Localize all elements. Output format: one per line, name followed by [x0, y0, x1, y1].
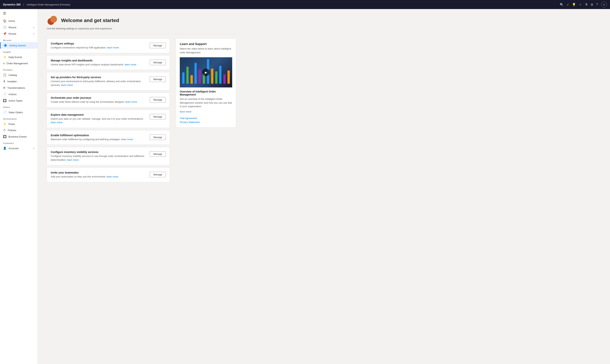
setup-row-enable-fulfillment: Enable fulfillment optimization Maximize…: [47, 130, 170, 145]
setup-row-configure-inventory: Configure inventory visibility services …: [47, 147, 170, 165]
app-name: Intelligent Order Management (Preview): [27, 3, 70, 6]
sidebar-pinned-label: Pinned: [9, 32, 16, 35]
sidebar-item-action-types[interactable]: 🔲 Action Types: [0, 97, 38, 104]
setup-row-enable-fulfillment-text: Enable fulfillment optimization Maximize…: [51, 134, 146, 141]
video-learn-more-link[interactable]: learn more: [180, 110, 232, 113]
learn-desc: Watch the video below to learn about Int…: [180, 47, 232, 54]
sidebar-action-types-label: Action Types: [9, 99, 22, 102]
sidebar-daily-events-label: Daily Events: [9, 56, 22, 59]
learn-title: Learn and Support: [180, 42, 232, 46]
configure-settings-link[interactable]: learn more: [107, 46, 119, 49]
setup-row-configure-inventory-desc: Configure inventory visibility services …: [51, 154, 146, 162]
explore-data-btn[interactable]: Manage: [150, 114, 166, 119]
sidebar-item-transformations[interactable]: ⚙ Transformations: [0, 85, 38, 91]
setup-providers-btn[interactable]: Manage: [150, 77, 166, 82]
catalog-icon: 📋: [3, 73, 7, 77]
setup-row-setup-providers-desc: Connect your environment to third-party …: [51, 79, 146, 87]
setup-row-orchestrate-journeys-desc: Create order flows without code by using…: [51, 100, 146, 104]
setup-row-explore-data-text: Explore data management Import your data…: [51, 113, 146, 124]
topnav: Dynamics 365 | Intelligent Order Managem…: [0, 0, 610, 9]
accounts-icon: 👤: [3, 147, 7, 150]
setup-row-setup-providers-text: Set up providers for third-party service…: [51, 76, 146, 87]
topnav-icons: 🔍 ✓ 💡 ＋ ⚗ ⚙ ? U: [560, 1, 607, 8]
brand-name: Dynamics 365: [3, 3, 21, 6]
home-icon: 🏠: [3, 19, 7, 23]
checkcircle-icon[interactable]: ✓: [567, 3, 569, 6]
hamburger-button[interactable]: ☰: [0, 9, 38, 18]
sidebar-item-home[interactable]: 🏠 Home: [0, 18, 38, 24]
help-icon[interactable]: ?: [596, 3, 598, 6]
bulb-icon[interactable]: 💡: [572, 3, 576, 6]
sidebar-item-policies[interactable]: ⏱ Policies: [0, 127, 38, 133]
search-icon[interactable]: 🔍: [560, 3, 564, 6]
enable-fulfillment-link[interactable]: learn more: [121, 138, 133, 141]
video-card-title: Overview of Intelligent Order Management: [180, 90, 232, 96]
privacy-statement-link[interactable]: Privacy Statement: [180, 121, 232, 124]
setup-providers-link[interactable]: learn more: [61, 84, 73, 87]
manage-insights-link[interactable]: learn more: [125, 63, 136, 66]
setup-row-enable-fulfillment-desc: Maximize order fulfillment by configurin…: [51, 138, 146, 141]
pinned-icon: 📌: [3, 32, 7, 35]
recent-icon: 🕐: [3, 26, 7, 29]
setup-row-orchestrate-journeys-title: Orchestrate your order journeys: [51, 96, 146, 99]
sidebar-item-business-events[interactable]: 🔲 Business Events: [0, 133, 38, 140]
invite-teammates-link[interactable]: learn more: [107, 175, 118, 178]
manage-insights-btn[interactable]: Manage: [150, 60, 166, 65]
play-button[interactable]: ▶: [202, 69, 210, 76]
sidebar-recent-label: Recent: [9, 26, 16, 29]
orchestrate-journeys-btn[interactable]: Manage: [150, 97, 166, 103]
sidebar-order-management-label: Order Management: [7, 62, 28, 65]
setup-row-manage-insights-text: Manage insights and dashboards Unlock da…: [51, 59, 146, 66]
sidebar-getting-started-label: Getting Started: [9, 44, 26, 47]
sidebar-item-accounts[interactable]: 👤 Accounts ∨: [0, 145, 38, 152]
setup-row-configure-settings-text: Configure settings Configure connections…: [51, 42, 146, 50]
filter-icon[interactable]: ⚗: [585, 3, 588, 6]
orchestrate-journeys-link[interactable]: learn more: [125, 100, 137, 103]
setup-row-invite-teammates-text: Invite your teammates Add your teammates…: [51, 171, 146, 179]
enable-fulfillment-btn[interactable]: Manage: [150, 134, 166, 140]
section-orders: Orders: [0, 104, 38, 109]
side-links: Trial Agreement Privacy Statement: [180, 117, 232, 124]
video-bar: [215, 71, 218, 84]
setup-row-explore-data-desc: Import your data so you can validate, ma…: [51, 117, 146, 124]
sidebar-item-catalog[interactable]: 📋 Catalog: [0, 72, 38, 78]
sidebar-home-label: Home: [9, 20, 15, 22]
video-thumbnail[interactable]: ▶: [180, 57, 232, 87]
trial-agreement-link[interactable]: Trial Agreement: [180, 117, 232, 120]
sidebar-business-events-label: Business Events: [9, 135, 27, 138]
section-orchestration: Orchestration: [0, 116, 38, 121]
sidebar-item-recent[interactable]: 🕐 Recent ∨: [0, 24, 38, 30]
invite-teammates-btn[interactable]: Manage: [150, 172, 166, 177]
section-insights: Insights: [0, 49, 38, 54]
sidebar-item-order-management[interactable]: ≡ Order Management: [0, 60, 38, 66]
pinned-expand-icon: ∨: [33, 33, 35, 35]
sidebar-sales-orders-label: Sales Orders: [9, 111, 23, 114]
action-types-icon: 🔲: [3, 99, 7, 102]
user-avatar[interactable]: U: [601, 1, 607, 8]
configure-inventory-btn[interactable]: Manage: [150, 151, 166, 157]
configure-settings-btn[interactable]: Manage: [150, 43, 166, 48]
flows-icon: ⚡: [3, 122, 7, 126]
plus-icon[interactable]: ＋: [579, 3, 582, 7]
actions-icon: 📄: [3, 92, 7, 96]
setup-row-configure-settings: Configure settings Configure connections…: [47, 39, 170, 53]
sidebar-item-installed[interactable]: ⬇ Installed: [0, 78, 38, 85]
right-panel: Learn and Support Watch the video below …: [176, 39, 236, 128]
sidebar: ☰ 🏠 Home 🕐 Recent ∨ 📌 Pinned ∨ My work 🔷…: [0, 9, 38, 364]
sidebar-item-sales-orders[interactable]: 📄 Sales Orders: [0, 109, 38, 116]
daily-events-icon: ⚡: [3, 55, 7, 59]
sidebar-item-daily-events[interactable]: ⚡ Daily Events: [0, 54, 38, 60]
sidebar-item-getting-started[interactable]: 🔷 Getting Started: [0, 42, 38, 49]
explore-data-link[interactable]: learn more: [51, 121, 62, 124]
brand: Dynamics 365 | Intelligent Order Managem…: [3, 3, 70, 6]
video-bar: [186, 67, 189, 84]
setup-row-setup-providers-title: Set up providers for third-party service…: [51, 76, 146, 79]
configure-inventory-link[interactable]: learn more: [67, 158, 79, 161]
sidebar-item-pinned[interactable]: 📌 Pinned ∨: [0, 30, 38, 37]
video-card-desc: Get an overview of the Intelligent Order…: [180, 97, 232, 108]
page-title: Welcome and get started: [61, 17, 119, 23]
sidebar-item-actions[interactable]: 📄 Actions: [0, 91, 38, 97]
settings-icon[interactable]: ⚙: [591, 3, 593, 6]
brand-divider: |: [23, 3, 24, 6]
sidebar-item-flows[interactable]: ⚡ Flows: [0, 121, 38, 127]
